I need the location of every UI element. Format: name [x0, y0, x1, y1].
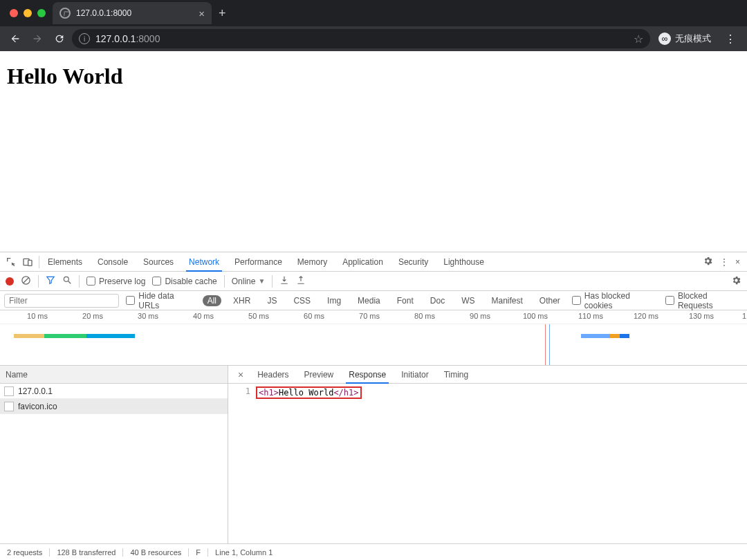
- timeline-ticks: 10 ms 20 ms 30 ms 40 ms 50 ms 60 ms 70 m…: [0, 310, 747, 324]
- forward-button[interactable]: [28, 29, 47, 48]
- device-toolbar-icon[interactable]: [21, 255, 35, 269]
- network-timeline[interactable]: 10 ms 20 ms 30 ms 40 ms 50 ms 60 ms 70 m…: [0, 310, 747, 366]
- tab-sources[interactable]: Sources: [136, 252, 181, 271]
- request-list: Name 127.0.0.1 favicon.ico: [0, 366, 228, 543]
- incognito-label: 无痕模式: [675, 32, 711, 45]
- filter-type-xhr[interactable]: XHR: [228, 295, 255, 306]
- filter-type-img[interactable]: Img: [322, 295, 346, 306]
- preserve-log-checkbox[interactable]: Preserve log: [86, 277, 145, 286]
- browser-tab[interactable]: 127.0.0.1:8000 ×: [53, 2, 212, 24]
- request-detail: × Headers Preview Response Initiator Tim…: [228, 366, 747, 543]
- filter-input[interactable]: [4, 294, 119, 308]
- clear-icon[interactable]: [21, 275, 31, 288]
- tab-elements[interactable]: Elements: [41, 252, 89, 271]
- globe-icon: [59, 8, 71, 19]
- close-window-icon[interactable]: [10, 9, 18, 17]
- network-filterbar: Hide data URLs All XHR JS CSS Img Media …: [0, 291, 747, 310]
- settings-gear-icon[interactable]: [703, 256, 713, 268]
- detail-tab-initiator[interactable]: Initiator: [394, 366, 435, 383]
- search-icon[interactable]: [62, 275, 72, 287]
- filter-type-media[interactable]: Media: [353, 295, 385, 306]
- timeline-tick: 70 ms: [359, 312, 380, 320]
- tab-lighthouse[interactable]: Lighthouse: [436, 252, 491, 271]
- filter-type-all[interactable]: All: [203, 295, 221, 306]
- separator: [39, 256, 39, 268]
- incognito-indicator[interactable]: ∞ 无痕模式: [658, 32, 711, 45]
- filter-type-js[interactable]: JS: [262, 295, 282, 306]
- request-row[interactable]: 127.0.0.1: [0, 384, 228, 399]
- devtools-menu-icon[interactable]: ⋮: [720, 257, 728, 267]
- maximize-window-icon[interactable]: [37, 9, 46, 17]
- devtools-close-icon[interactable]: ×: [735, 257, 740, 267]
- filter-type-ws[interactable]: WS: [456, 295, 479, 306]
- timeline-tick: 120 ms: [634, 312, 658, 320]
- new-tab-button[interactable]: +: [219, 6, 226, 21]
- filter-icon[interactable]: [46, 275, 55, 287]
- traffic-lights: [0, 9, 46, 17]
- separator: [79, 275, 80, 288]
- tab-application[interactable]: Application: [335, 252, 390, 271]
- document-icon: [4, 386, 14, 396]
- reload-button[interactable]: [50, 29, 69, 48]
- record-button[interactable]: [6, 277, 14, 286]
- filter-type-font[interactable]: Font: [392, 295, 418, 306]
- browser-menu-button[interactable]: ⋮: [719, 32, 741, 46]
- timeline-tick: 10 ms: [27, 312, 48, 320]
- separator: [38, 275, 39, 288]
- detail-tab-timing[interactable]: Timing: [437, 366, 476, 383]
- filter-type-doc[interactable]: Doc: [425, 295, 450, 306]
- window-titlebar: 127.0.0.1:8000 × +: [0, 0, 747, 26]
- site-info-icon[interactable]: i: [79, 33, 90, 44]
- timeline-tick: 50 ms: [248, 312, 269, 320]
- network-settings-gear-icon[interactable]: [731, 275, 741, 288]
- detail-tab-preview[interactable]: Preview: [297, 366, 341, 383]
- minimize-window-icon[interactable]: [24, 9, 32, 17]
- close-tab-icon[interactable]: ×: [199, 8, 205, 19]
- response-line: 1 <h1>Hello World</h1>: [228, 386, 747, 399]
- timeline-tick: 20 ms: [82, 312, 103, 320]
- has-blocked-cookies-checkbox[interactable]: Has blocked cookies: [572, 291, 658, 310]
- arrow-right-icon: [32, 33, 43, 44]
- svg-line-3: [24, 277, 29, 283]
- timeline-bar: [581, 334, 629, 338]
- inspect-element-icon[interactable]: [4, 255, 18, 269]
- detail-tab-response[interactable]: Response: [342, 366, 393, 383]
- tab-security[interactable]: Security: [391, 252, 435, 271]
- tab-performance[interactable]: Performance: [228, 252, 289, 271]
- status-transferred: 128 B transferred: [50, 548, 123, 557]
- svg-rect-1: [28, 260, 32, 265]
- tab-memory[interactable]: Memory: [290, 252, 334, 271]
- response-code: <h1>Hello World</h1>: [256, 386, 362, 399]
- filter-type-manifest[interactable]: Manifest: [486, 295, 527, 306]
- request-row[interactable]: favicon.ico: [0, 399, 228, 414]
- throttling-select[interactable]: Online▼: [232, 277, 266, 286]
- response-body[interactable]: 1 <h1>Hello World</h1>: [228, 384, 747, 543]
- back-button[interactable]: [6, 29, 25, 48]
- timeline-tick: 40 ms: [193, 312, 214, 320]
- address-bar[interactable]: i 127.0.0.1:8000 ☆: [72, 29, 650, 48]
- tab-console[interactable]: Console: [91, 252, 135, 271]
- network-toolbar: Preserve log Disable cache Online▼: [0, 272, 747, 291]
- reload-icon: [54, 33, 65, 44]
- request-name: 127.0.0.1: [18, 386, 53, 396]
- tab-network[interactable]: Network: [182, 252, 226, 271]
- timeline-tick: 60 ms: [304, 312, 324, 320]
- request-name: favicon.ico: [18, 402, 57, 411]
- filter-type-css[interactable]: CSS: [288, 295, 315, 306]
- hide-data-urls-checkbox[interactable]: Hide data URLs: [126, 291, 195, 310]
- close-detail-icon[interactable]: ×: [232, 369, 249, 380]
- disable-cache-checkbox[interactable]: Disable cache: [152, 277, 216, 286]
- browser-toolbar: i 127.0.0.1:8000 ☆ ∞ 无痕模式 ⋮: [0, 26, 747, 51]
- timeline-tick: 1: [742, 312, 746, 320]
- detail-tab-headers[interactable]: Headers: [250, 366, 295, 383]
- timeline-tick: 110 ms: [578, 312, 603, 320]
- blocked-requests-checkbox[interactable]: Blocked Requests: [665, 291, 743, 310]
- bookmark-star-icon[interactable]: ☆: [634, 32, 643, 46]
- timeline-domcontent-marker: [549, 324, 550, 365]
- filter-type-other[interactable]: Other: [535, 295, 565, 306]
- request-list-header[interactable]: Name: [0, 366, 228, 384]
- separator: [224, 275, 225, 288]
- export-har-icon[interactable]: [296, 275, 306, 287]
- import-har-icon[interactable]: [279, 275, 289, 287]
- status-requests: 2 requests: [0, 548, 50, 557]
